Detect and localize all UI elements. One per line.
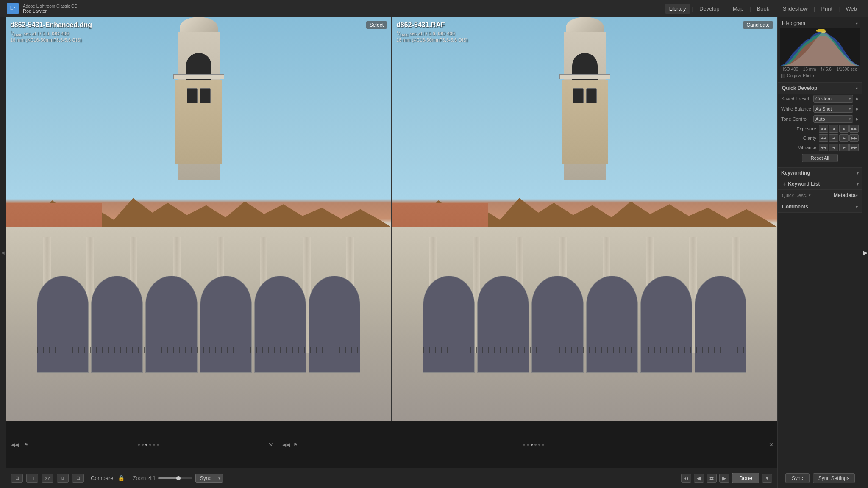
white-balance-select[interactable]: As Shot ▾: [813, 105, 853, 113]
comments-header[interactable]: Comments ▾: [778, 201, 862, 212]
right-panel: Histogram ▾: [777, 17, 862, 488]
zoom-value: 4:1: [148, 475, 156, 481]
app-info: Adobe Lightroom Classic CC Rod Lawton: [23, 4, 77, 14]
metadata-section: Quick Desc. ▾ Metadata ▾: [778, 190, 862, 201]
nav-slideshow[interactable]: Slideshow: [779, 4, 812, 14]
saved-preset-select[interactable]: Custom ▾: [813, 95, 853, 103]
saved-preset-row: Saved Preset Custom ▾ ▶: [778, 94, 862, 104]
sync-settings-button[interactable]: Sync Settings: [813, 473, 855, 483]
clarity-dec-btn[interactable]: ◀: [829, 134, 838, 142]
filmstrip-right: ◀◀ ⚑ ✕: [277, 421, 777, 468]
vibrance-row: Vibrance ◀◀ ◀ ▶ ▶▶: [778, 143, 862, 152]
histogram-header[interactable]: Histogram ▾: [778, 19, 862, 28]
white-balance-label: White Balance: [781, 106, 812, 111]
nav-develop[interactable]: Develop: [695, 4, 724, 14]
histogram-expand-icon[interactable]: ▾: [856, 21, 858, 26]
photo-right-filename: d862-5431.RAF: [396, 21, 468, 29]
quick-develop-header[interactable]: Quick Develop ▾: [778, 83, 862, 94]
histogram-section: Histogram ▾: [778, 17, 862, 83]
saved-preset-value: Custom: [815, 96, 832, 101]
compare-view-btn[interactable]: ⧉: [57, 474, 69, 483]
tone-control-select[interactable]: Auto ▾: [813, 115, 853, 123]
done-button[interactable]: Done: [732, 473, 760, 483]
nav-book[interactable]: Book: [753, 4, 774, 14]
exposure-dec-large-btn[interactable]: ◀◀: [819, 125, 828, 133]
quick-desc-label[interactable]: Quick Desc.: [782, 193, 807, 198]
keywording-header[interactable]: Keywording ▾: [778, 168, 862, 178]
exposure-row: Exposure ◀◀ ◀ ▶ ▶▶: [778, 124, 862, 133]
next-btn[interactable]: ▶: [719, 474, 729, 483]
tone-control-right-arrow-icon[interactable]: ▶: [856, 117, 859, 121]
lock-icon[interactable]: 🔒: [117, 474, 126, 483]
sync-button-group: Sync ▾: [195, 474, 223, 483]
exposure-label: Exposure: [781, 126, 818, 131]
histogram-svg: [780, 28, 860, 66]
right-panel-toggle[interactable]: ▶: [862, 17, 868, 488]
filmstrip-right-nav-icon[interactable]: ◀◀: [281, 441, 292, 449]
sync-button[interactable]: Sync: [196, 474, 216, 482]
white-balance-arrow-icon: ▾: [849, 107, 851, 111]
done-dropdown[interactable]: ▾: [762, 474, 772, 483]
keywording-expand-icon: ▾: [857, 171, 859, 175]
tone-control-value: Auto: [815, 116, 825, 122]
center-content: d862-5431-Enhanced.dng 1/1600 sec at f /…: [6, 17, 777, 488]
comments-section: Comments ▾: [778, 201, 862, 213]
photo-right-shutter: 1/1600 sec at f / 5.6, ISO 400: [396, 30, 468, 37]
loupe-view-btn[interactable]: □: [26, 474, 38, 483]
metadata-header[interactable]: Quick Desc. ▾ Metadata ▾: [778, 190, 862, 201]
filmstrip-right-flag-icon[interactable]: ⚑: [292, 441, 300, 449]
filmstrip-left-close-icon[interactable]: ✕: [268, 441, 273, 448]
lower-buildings-right: [392, 227, 777, 421]
zoom-slider[interactable]: [158, 475, 192, 482]
keyword-add-icon[interactable]: +: [781, 180, 788, 187]
nav-web[interactable]: Web: [842, 4, 862, 14]
left-panel-arrow-icon: ◀: [1, 250, 5, 255]
tone-control-label: Tone Control: [781, 116, 812, 122]
bottom-right-tools: ⏮ ◀ ⇄ ▶ Done ▾: [681, 473, 772, 483]
white-balance-row: White Balance As Shot ▾ ▶: [778, 104, 862, 114]
prev-btn[interactable]: ◀: [694, 474, 704, 483]
prev-prev-btn[interactable]: ⏮: [681, 474, 691, 483]
swap-btn[interactable]: ⇄: [707, 474, 717, 483]
nav-print[interactable]: Print: [817, 4, 837, 14]
vibrance-inc-btn[interactable]: ▶: [839, 144, 849, 151]
filmstrip-right-close-icon[interactable]: ✕: [769, 441, 774, 448]
survey-view-btn[interactable]: ⊟: [72, 474, 84, 483]
sync-dropdown-arrow[interactable]: ▾: [216, 476, 223, 480]
saved-preset-right-arrow-icon[interactable]: ▶: [856, 97, 859, 101]
ct-lower-windows-right: [568, 88, 602, 103]
vibrance-dec-large-btn[interactable]: ◀◀: [819, 144, 828, 151]
exposure-inc-large-btn[interactable]: ▶▶: [849, 125, 859, 133]
lower-buildings-left: [6, 227, 391, 421]
filmstrip-flag-icon[interactable]: ⚑: [22, 441, 30, 449]
exposure-inc-btn[interactable]: ▶: [839, 125, 849, 133]
nav-map[interactable]: Map: [729, 4, 748, 14]
photo-left-shutter: 1/1600 sec at f / 5.6, ISO 400: [10, 30, 92, 37]
zoom-slider-thumb[interactable]: [176, 476, 181, 480]
grid-view-btn[interactable]: ⊞: [11, 474, 23, 483]
vibrance-dec-btn[interactable]: ◀: [829, 144, 838, 151]
photo-right: d862-5431.RAF 1/1600 sec at f / 5.6, ISO…: [392, 17, 777, 421]
ct-balcony-left: [173, 74, 224, 79]
clarity-inc-large-btn[interactable]: ▶▶: [849, 134, 859, 142]
filmstrip-dots: [32, 444, 265, 446]
original-photo-checkbox[interactable]: [781, 74, 785, 78]
zoom-label: Zoom: [133, 475, 146, 481]
quick-develop-title: Quick Develop: [782, 85, 817, 91]
keyword-list-header[interactable]: + Keyword List ▾: [778, 178, 862, 189]
candidate-badge: Candidate: [743, 21, 773, 29]
sync-button-right[interactable]: Sync: [785, 473, 810, 483]
xy-view-btn[interactable]: XY: [42, 474, 53, 483]
white-balance-right-arrow-icon[interactable]: ▶: [856, 107, 859, 111]
vibrance-inc-large-btn[interactable]: ▶▶: [849, 144, 859, 151]
histogram-aperture: f / 5.6: [821, 67, 832, 72]
nav-library[interactable]: Library: [665, 4, 690, 14]
reset-all-button[interactable]: Reset All: [802, 154, 838, 162]
filmstrip-left-nav-icon[interactable]: ◀◀: [9, 441, 20, 449]
exposure-dec-btn[interactable]: ◀: [829, 125, 838, 133]
clarity-dec-large-btn[interactable]: ◀◀: [819, 134, 828, 142]
keyword-list-title: Keyword List: [788, 181, 857, 187]
clarity-inc-btn[interactable]: ▶: [839, 134, 849, 142]
ct-balcony-right: [559, 74, 610, 79]
left-panel-toggle[interactable]: ◀: [0, 17, 6, 488]
